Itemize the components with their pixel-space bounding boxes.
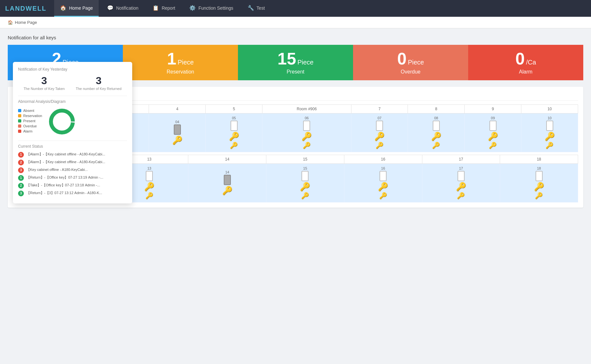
present-piece: Piece: [297, 59, 313, 66]
status-item-5: 2 【Take】-【Office key】07-27 13:18 Admin -…: [18, 183, 127, 189]
slot-16[interactable]: 16 🔑 🔑: [344, 164, 422, 202]
status-list: 1 【Alarm】-【Key cabinet offline - A180-Ke…: [18, 152, 127, 196]
slot-10[interactable]: 10 🔑 🔑: [521, 113, 578, 152]
col-header-906: Room #906: [262, 105, 351, 113]
slot-07[interactable]: 07 🔑 🔑: [351, 113, 408, 152]
stat-card-overdue: 0 Piece Overdue: [353, 45, 468, 80]
slot-05[interactable]: 05 🔑 🔑: [206, 113, 262, 152]
slot-09[interactable]: 09 🔑 🔑: [465, 113, 521, 152]
key-icon-10: 🔑: [545, 132, 555, 142]
alarm-num: 0: [515, 50, 525, 67]
present-label: Present: [287, 69, 304, 75]
col-header-9: 9: [465, 105, 521, 113]
key-icon-18: 🔑: [534, 182, 544, 192]
col2-header-15: 15: [266, 155, 344, 164]
slot-18[interactable]: 18 🔑 🔑: [500, 164, 578, 202]
key-tag-16: [379, 171, 387, 181]
alarm-label: Alarm: [519, 69, 533, 75]
key-tag-05: [231, 121, 238, 131]
present-num: 15: [278, 50, 296, 67]
key-tag-18: [536, 171, 543, 181]
legend-dot-overdue: [18, 124, 21, 128]
legend-present: Present: [18, 119, 42, 123]
status-text-1: 【Alarm】-【Key cabinet offline - A180-KeyC…: [26, 152, 105, 157]
col-header-10: 10: [521, 105, 578, 113]
slot-08[interactable]: 08 🔑 🔑: [408, 113, 465, 152]
donut-section: Absent Reservation Present Overdue Alarm: [18, 107, 127, 136]
breadcrumb-icon: 🏠: [8, 20, 13, 25]
col-header-5: 5: [206, 105, 262, 113]
donut-chart: [47, 107, 76, 136]
overdue-num: 0: [397, 50, 407, 67]
notification-section-title: Notification for all keys: [8, 35, 583, 40]
panel-stat-taken: 3 The Number of Key Taken: [24, 75, 65, 91]
status-text-5: 【Take】-【Office key】07-27 13:18 Admin -..…: [26, 183, 100, 188]
nav-home[interactable]: 🏠 Home Page: [54, 0, 99, 17]
col2-header-18: 18: [500, 155, 578, 164]
key-shadow-16: 🔑: [379, 192, 387, 200]
key-tag-09: [489, 121, 497, 131]
key-icon-07: 🔑: [374, 132, 385, 142]
panel-taken-num: 3: [24, 75, 65, 87]
notification-icon: 💬: [107, 5, 113, 11]
slot-14[interactable]: 14 🔑: [188, 164, 266, 202]
stat-card-alarm: 0 /Ca Alarm: [468, 45, 583, 80]
panel-stats: 3 The Number of Key Taken 3 The number o…: [18, 75, 127, 91]
key-tag-06: [303, 121, 310, 131]
status-text-2: 【Alarm】-【Key cabinet offline - A180-KeyC…: [26, 160, 105, 164]
legend-alarm-label: Alarm: [23, 129, 33, 133]
legend-dot-present: [18, 119, 21, 123]
status-item-6: 3 【Return】-【3】07-27 13:12 Admin - A180-K…: [18, 191, 127, 196]
diagram-title: Abnormal Analysis/Diagram: [18, 99, 127, 104]
overdue-piece: Piece: [408, 59, 424, 66]
status-text-4: 【Return】-【Office key】07-27 13:19 Admin -…: [26, 175, 103, 180]
breadcrumb-label: Home Page: [15, 20, 37, 25]
nav-notification[interactable]: 💬 Notification: [101, 0, 144, 17]
legend-overdue-label: Overdue: [23, 124, 37, 128]
nav-function-settings[interactable]: ⚙️ Function Settings: [183, 0, 239, 17]
nav-report-label: Report: [162, 5, 175, 11]
legend-list: Absent Reservation Present Overdue Alarm: [18, 109, 42, 134]
legend-reservation-label: Reservation: [23, 114, 42, 118]
panel-returned-num: 3: [76, 75, 122, 87]
svg-point-0: [51, 111, 73, 133]
slot-04[interactable]: 04 🔑: [149, 113, 206, 152]
key-icon-14: 🔑: [222, 186, 232, 196]
stat-card-reservation: 1 Piece Reservation: [123, 45, 238, 80]
status-item-1: 1 【Alarm】-【Key cabinet offline - A180-Ke…: [18, 152, 127, 158]
slot-15[interactable]: 15 🔑 🔑: [266, 164, 344, 202]
slot-06[interactable]: 06 🔑 🔑: [262, 113, 351, 152]
key-shadow-05: 🔑: [230, 142, 238, 149]
nav-test-label: Test: [257, 5, 265, 11]
key-icon-08: 🔑: [431, 132, 441, 142]
status-text-6: 【Return】-【3】07-27 13:12 Admin - A180-K..…: [26, 191, 102, 195]
key-icon-06: 🔑: [301, 132, 312, 142]
alarm-piece: /Ca: [526, 59, 536, 66]
stat-card-present: 15 Piece Present: [238, 45, 353, 80]
status-item-3: 3 【Key cabinet offline - A180-KeyCabi...: [18, 167, 127, 173]
reservation-num: 1: [167, 50, 176, 67]
slot-17[interactable]: 17 🔑 🔑: [422, 164, 500, 202]
status-badge-3: 3: [18, 167, 24, 173]
nav-notification-label: Notification: [116, 5, 138, 11]
nav-report[interactable]: 📋 Report: [147, 0, 181, 17]
key-shadow-18: 🔑: [535, 192, 543, 200]
legend-dot-alarm: [18, 130, 21, 133]
panel-taken-label: The Number of Key Taken: [24, 87, 65, 91]
floating-panel: Notification of Key Yesterday 3 The Numb…: [13, 62, 132, 203]
key-icon-15: 🔑: [300, 182, 310, 192]
current-status-title: Current Status: [18, 144, 127, 149]
nav-test[interactable]: 🔧 Test: [242, 0, 271, 17]
reservation-label: Reservation: [167, 69, 194, 75]
key-shadow-13: 🔑: [145, 192, 153, 200]
content-area: 🏠 Home Page Notification for all keys 2 …: [0, 17, 591, 364]
reservation-piece: Piece: [178, 59, 194, 66]
key-shadow-06: 🔑: [303, 142, 311, 149]
settings-icon: ⚙️: [189, 5, 196, 11]
status-badge-4: 1: [18, 175, 24, 181]
nav-settings-label: Function Settings: [198, 5, 233, 11]
col2-header-16: 16: [344, 155, 422, 164]
key-icon-09: 🔑: [488, 132, 498, 142]
test-icon: 🔧: [248, 5, 254, 11]
legend-dot-absent: [18, 109, 21, 112]
